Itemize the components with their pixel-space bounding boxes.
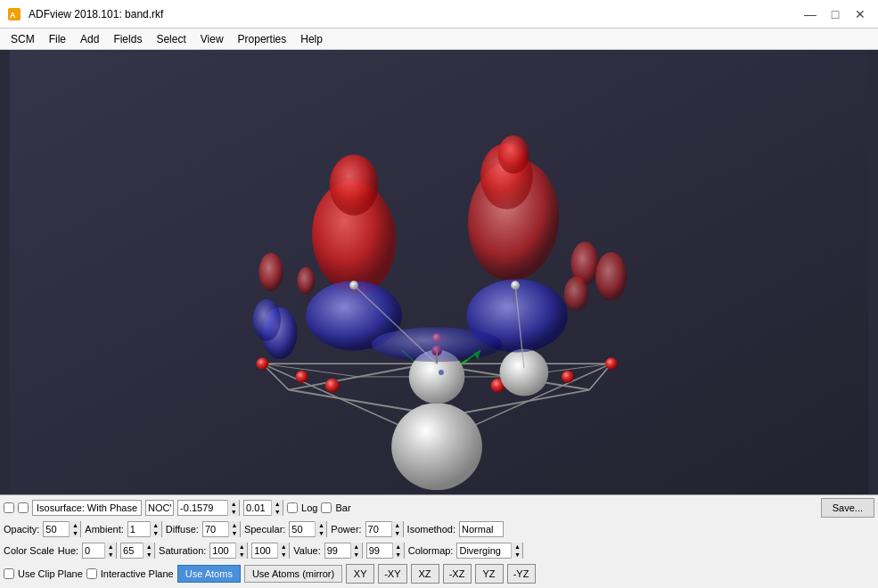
opacity-label: Opacity: xyxy=(4,524,39,535)
sat2-input[interactable] xyxy=(252,543,277,558)
hue2-down[interactable]: ▼ xyxy=(144,551,154,559)
close-button[interactable]: ✕ xyxy=(849,5,871,23)
specular-down[interactable]: ▼ xyxy=(316,529,326,537)
power-up[interactable]: ▲ xyxy=(392,521,403,529)
val2-up[interactable]: ▲ xyxy=(393,543,404,551)
menu-view[interactable]: View xyxy=(193,31,231,47)
specular-up[interactable]: ▲ xyxy=(316,521,326,529)
menu-file[interactable]: File xyxy=(42,31,73,47)
log-checkbox[interactable] xyxy=(287,502,298,513)
value1-down[interactable]: ▼ xyxy=(228,508,239,516)
menu-add[interactable]: Add xyxy=(73,31,106,47)
yz-button[interactable]: YZ xyxy=(475,564,504,584)
isomethod-spinbox[interactable] xyxy=(459,521,504,537)
menu-fields[interactable]: Fields xyxy=(106,31,149,47)
hue2-input[interactable] xyxy=(121,543,143,558)
menu-scm[interactable]: SCM xyxy=(4,31,42,47)
power-down[interactable]: ▼ xyxy=(392,529,403,537)
sat1-spinbox[interactable]: ▲ ▼ xyxy=(209,543,248,559)
ambient-spinbox[interactable]: ▲ ▼ xyxy=(127,521,162,537)
sat1-up[interactable]: ▲ xyxy=(236,543,247,551)
menu-help[interactable]: Help xyxy=(293,31,330,47)
sat2-up[interactable]: ▲ xyxy=(278,543,289,551)
value2-down[interactable]: ▼ xyxy=(272,508,283,516)
ambient-down[interactable]: ▼ xyxy=(151,529,161,537)
hue1-up[interactable]: ▲ xyxy=(105,543,116,551)
power-label: Power: xyxy=(331,524,361,535)
val1-input[interactable] xyxy=(325,543,350,558)
sat1-input[interactable] xyxy=(210,543,235,558)
minimize-button[interactable]: — xyxy=(800,5,821,23)
val2-input[interactable] xyxy=(367,543,392,558)
colormap-up[interactable]: ▲ xyxy=(512,543,522,551)
colormap-input[interactable] xyxy=(457,543,511,558)
svg-point-44 xyxy=(564,276,588,311)
diffuse-label: Diffuse: xyxy=(166,524,199,535)
menu-properties[interactable]: Properties xyxy=(231,31,294,47)
3d-viewport[interactable] xyxy=(0,50,878,494)
bar-checkbox[interactable] xyxy=(321,502,332,513)
control-row-2: Opacity: ▲ ▼ Ambient: ▲ ▼ Diffuse: ▲ ▼ S… xyxy=(4,519,874,539)
menu-select[interactable]: Select xyxy=(149,31,193,47)
sat2-down[interactable]: ▼ xyxy=(278,551,289,559)
svg-point-41 xyxy=(498,135,529,174)
use-atoms-mirror-button[interactable]: Use Atoms (mirror) xyxy=(244,565,342,583)
xy-button[interactable]: XY xyxy=(346,564,374,584)
value1-input[interactable] xyxy=(178,501,227,515)
hue1-spinbox[interactable]: ▲ ▼ xyxy=(82,543,117,559)
hue2-up[interactable]: ▲ xyxy=(144,543,154,551)
power-spinbox[interactable]: ▲ ▼ xyxy=(365,521,404,537)
colormap-down[interactable]: ▼ xyxy=(512,551,522,559)
val2-spinbox[interactable]: ▲ ▼ xyxy=(366,543,405,559)
hue2-spinbox[interactable]: ▲ ▼ xyxy=(120,543,155,559)
diffuse-spinbox[interactable]: ▲ ▼ xyxy=(202,521,241,537)
checkbox-1[interactable] xyxy=(4,502,14,513)
use-atoms-button[interactable]: Use Atoms xyxy=(177,565,241,583)
sat2-spinbox[interactable]: ▲ ▼ xyxy=(251,543,290,559)
ambient-input[interactable] xyxy=(128,522,150,536)
opacity-input[interactable] xyxy=(44,522,69,536)
diffuse-input[interactable] xyxy=(203,522,228,536)
value2-spinbox[interactable]: ▲ ▼ xyxy=(243,500,283,516)
sat1-down[interactable]: ▼ xyxy=(236,551,247,559)
save-button[interactable]: Save... xyxy=(821,498,874,518)
value1-spinbox[interactable]: ▲ ▼ xyxy=(177,500,240,516)
value1-up[interactable]: ▲ xyxy=(228,500,239,508)
specular-label: Specular: xyxy=(244,524,285,535)
diffuse-down[interactable]: ▼ xyxy=(229,529,240,537)
opacity-up[interactable]: ▲ xyxy=(70,521,80,529)
val1-down[interactable]: ▼ xyxy=(351,551,362,559)
window-title: ADFview 2018.101: band.rkf xyxy=(29,8,163,20)
power-input[interactable] xyxy=(366,522,391,536)
diffuse-up[interactable]: ▲ xyxy=(229,521,240,529)
app-icon: A xyxy=(7,7,21,21)
neg-xz-button[interactable]: -XZ xyxy=(443,564,472,584)
specular-input[interactable] xyxy=(290,522,315,536)
val1-spinbox[interactable]: ▲ ▼ xyxy=(324,543,363,559)
colormap-spinbox[interactable]: ▲ ▼ xyxy=(456,543,523,559)
hue1-input[interactable] xyxy=(83,543,104,558)
orbital-input[interactable] xyxy=(145,500,174,516)
neg-xy-button[interactable]: -XY xyxy=(378,564,406,584)
neg-yz-button[interactable]: -YZ xyxy=(507,564,536,584)
opacity-spinbox[interactable]: ▲ ▼ xyxy=(43,521,81,537)
val1-up[interactable]: ▲ xyxy=(351,543,362,551)
hue1-down[interactable]: ▼ xyxy=(105,551,116,559)
value2-up[interactable]: ▲ xyxy=(272,500,283,508)
maximize-button[interactable]: □ xyxy=(825,5,846,23)
interactive-plane-checkbox[interactable] xyxy=(86,568,97,579)
specular-spinbox[interactable]: ▲ ▼ xyxy=(289,521,327,537)
ambient-up[interactable]: ▲ xyxy=(151,521,161,529)
val2-down[interactable]: ▼ xyxy=(393,551,404,559)
title-bar: A ADFview 2018.101: band.rkf — □ ✕ xyxy=(0,0,878,29)
clip-plane-checkbox[interactable] xyxy=(4,568,14,579)
svg-point-23 xyxy=(605,357,618,370)
control-panel: Isosurface: With Phase ▲ ▼ ▲ ▼ Log Bar xyxy=(0,494,878,588)
value2-input[interactable] xyxy=(244,501,271,515)
orbital-value-input[interactable] xyxy=(146,501,173,515)
value-label: Value: xyxy=(293,545,320,556)
xz-button[interactable]: XZ xyxy=(411,564,439,584)
opacity-down[interactable]: ▼ xyxy=(70,529,80,537)
checkbox-2[interactable] xyxy=(18,502,29,513)
isomethod-input[interactable] xyxy=(460,522,503,536)
